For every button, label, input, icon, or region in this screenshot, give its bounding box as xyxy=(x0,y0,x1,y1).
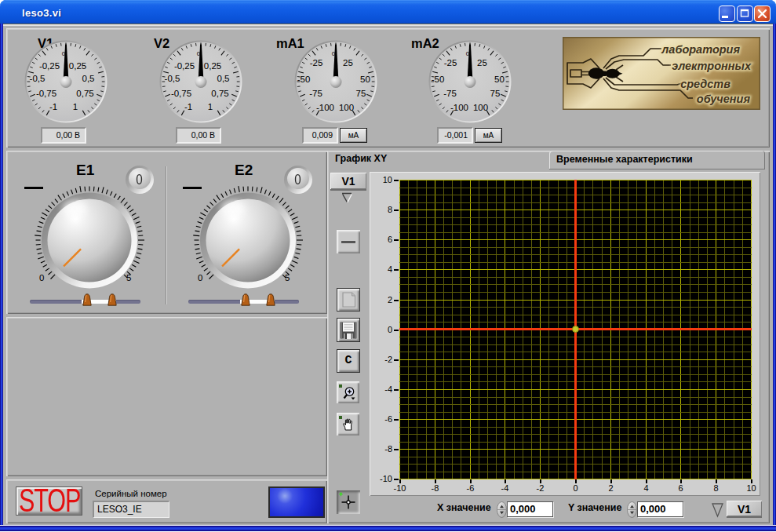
svg-text:0,5: 0,5 xyxy=(217,74,229,83)
svg-text:1: 1 xyxy=(207,102,212,111)
svg-text:-0,75: -0,75 xyxy=(36,89,56,98)
svg-text:электронных: электронных xyxy=(672,60,752,72)
svg-text:-100: -100 xyxy=(315,103,333,112)
svg-text:-50: -50 xyxy=(297,75,310,84)
svg-text:0,75: 0,75 xyxy=(76,89,93,98)
svg-text:-0,25: -0,25 xyxy=(173,61,194,71)
svg-text:-0,75: -0,75 xyxy=(170,89,191,98)
svg-text:0,75: 0,75 xyxy=(211,89,228,98)
svg-text:-50: -50 xyxy=(432,75,445,84)
svg-text:лаборатория: лаборатория xyxy=(661,43,740,56)
svg-text:-0,5: -0,5 xyxy=(30,74,46,83)
svg-text:-25: -25 xyxy=(309,58,322,67)
svg-text:-25: -25 xyxy=(444,58,457,67)
svg-text:1: 1 xyxy=(73,102,78,111)
svg-text:75: 75 xyxy=(490,89,501,98)
svg-text:0,25: 0,25 xyxy=(69,61,86,71)
svg-text:-1: -1 xyxy=(49,102,57,111)
svg-text:-0,25: -0,25 xyxy=(39,61,60,71)
svg-text:-0,5: -0,5 xyxy=(164,74,180,83)
svg-text:0,25: 0,25 xyxy=(203,61,220,71)
svg-text:50: 50 xyxy=(494,75,505,84)
svg-text:средств: средств xyxy=(680,78,730,90)
svg-text:25: 25 xyxy=(477,58,487,67)
svg-text:100: 100 xyxy=(338,103,353,112)
svg-text:75: 75 xyxy=(355,89,366,98)
svg-text:-75: -75 xyxy=(443,89,457,98)
svg-text:50: 50 xyxy=(360,75,370,84)
svg-text:0,5: 0,5 xyxy=(82,74,95,83)
svg-text:обучения: обучения xyxy=(697,93,751,105)
svg-text:-100: -100 xyxy=(450,103,468,112)
svg-text:100: 100 xyxy=(473,103,488,112)
svg-text:25: 25 xyxy=(343,58,353,67)
svg-text:-1: -1 xyxy=(184,102,191,111)
svg-text:-75: -75 xyxy=(309,89,322,98)
